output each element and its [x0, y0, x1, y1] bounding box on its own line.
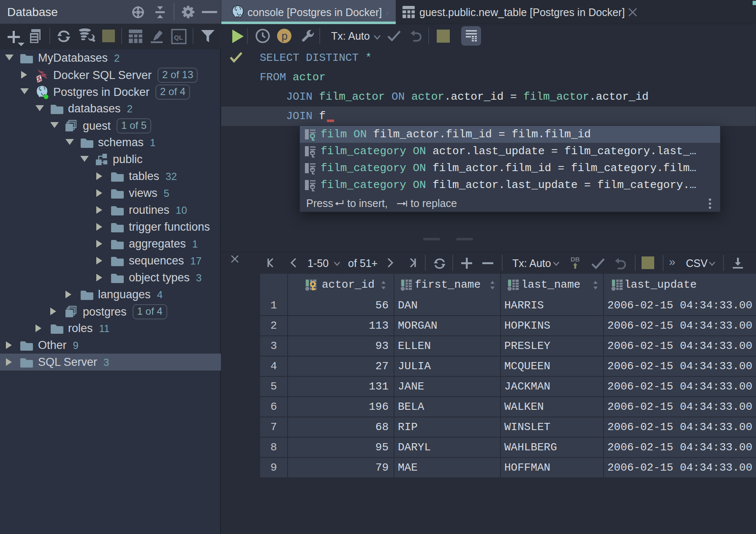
svg-text:QL: QL [174, 34, 183, 41]
svg-text:DB: DB [571, 256, 580, 263]
svg-text:p: p [281, 30, 288, 43]
